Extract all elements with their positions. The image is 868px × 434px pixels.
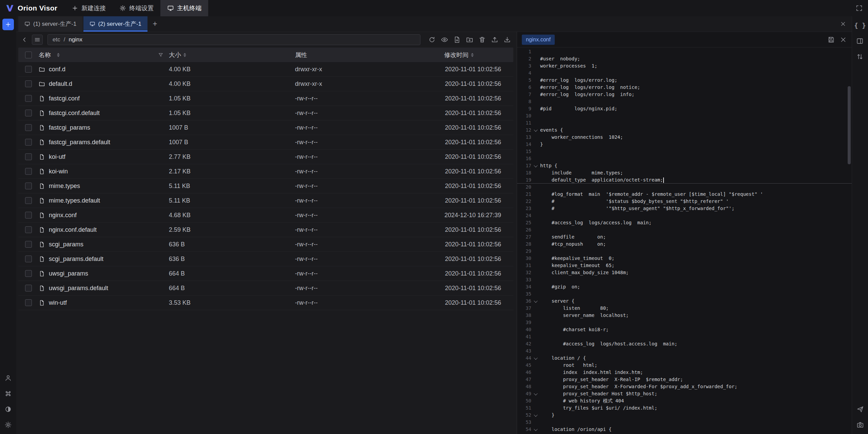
row-checkbox[interactable]: [25, 153, 32, 160]
editor-file-tab[interactable]: nginx.conf: [522, 35, 555, 45]
gear-button[interactable]: [4, 421, 12, 429]
row-checkbox[interactable]: [25, 256, 32, 262]
file-size: 4.00 KB: [169, 66, 295, 73]
line-number: 43: [517, 347, 531, 355]
row-checkbox[interactable]: [25, 270, 32, 277]
line-number: 41: [517, 333, 531, 340]
row-checkbox[interactable]: [25, 139, 32, 146]
code-line: 49 proxy_set_header Host $http_host;: [517, 390, 852, 397]
command-button[interactable]: [4, 390, 12, 397]
table-row[interactable]: scgi_params636 B-rw-r--r--2020-11-01 10:…: [18, 237, 513, 252]
table-row[interactable]: nginx.conf.default2.59 KB-rw-r--r--2020-…: [18, 223, 513, 237]
fold-chevron-icon[interactable]: [534, 128, 537, 131]
table-row[interactable]: koi-win2.17 KB-rw-r--r--2020-11-01 10:02…: [18, 164, 513, 179]
editor-scrollbar-thumb[interactable]: [848, 86, 851, 164]
row-checkbox[interactable]: [25, 110, 32, 116]
table-row[interactable]: win-utf3.53 KB-rw-r--r--2020-11-01 10:02…: [18, 296, 513, 310]
file-mtime: 2020-11-01 10:02:56: [444, 168, 513, 175]
column-header-mtime[interactable]: 修改时间: [444, 51, 513, 59]
table-row[interactable]: uwsgi_params.default664 B-rw-r--r--2020-…: [18, 281, 513, 296]
view-list-button[interactable]: [32, 35, 43, 45]
brand: Orion Visor: [0, 0, 65, 16]
fold-chevron-icon[interactable]: [534, 299, 537, 302]
row-checkbox[interactable]: [25, 80, 32, 87]
row-checkbox[interactable]: [25, 95, 32, 102]
table-row[interactable]: default.d4.00 KBdrwxr-xr-x2020-11-01 10:…: [18, 77, 513, 91]
breadcrumb-segment[interactable]: etc: [53, 36, 60, 43]
upload-button[interactable]: [489, 35, 500, 45]
row-checkbox[interactable]: [25, 183, 32, 189]
line-number: 38: [517, 312, 531, 319]
camera-button[interactable]: [856, 421, 864, 429]
file-name: mime.types: [49, 183, 80, 190]
column-header-name[interactable]: 名称: [39, 51, 169, 59]
filter-icon[interactable]: [158, 52, 163, 58]
fold-chevron-icon[interactable]: [534, 413, 537, 416]
theme-button[interactable]: [4, 405, 12, 413]
new-file-button[interactable]: [452, 35, 462, 45]
close-editor-button[interactable]: [840, 36, 847, 43]
table-row[interactable]: fastcgi.conf1.05 KB-rw-r--r--2020-11-01 …: [18, 91, 513, 106]
table-row[interactable]: scgi_params.default636 B-rw-r--r--2020-1…: [18, 252, 513, 266]
file-attr: -rw-r--r--: [295, 270, 444, 277]
trash-button[interactable]: [477, 35, 488, 45]
close-panel-button[interactable]: [840, 21, 846, 27]
row-checkbox[interactable]: [25, 241, 32, 248]
session-tab[interactable]: (1) server-生产-1: [18, 16, 83, 32]
column-header-attr[interactable]: 属性: [295, 51, 444, 59]
new-folder-button[interactable]: [464, 35, 475, 45]
braces-button[interactable]: { }: [854, 22, 866, 29]
fold-chevron-icon[interactable]: [534, 163, 537, 167]
row-checkbox[interactable]: [25, 212, 32, 219]
save-file-button[interactable]: [827, 36, 835, 43]
fullscreen-button[interactable]: [850, 0, 868, 16]
add-tab-button[interactable]: +: [148, 16, 162, 32]
table-row[interactable]: fastcgi_params1007 B-rw-r--r--2020-11-01…: [18, 120, 513, 135]
breadcrumb-segment[interactable]: nginx: [68, 36, 82, 43]
table-row[interactable]: mime.types5.11 KB-rw-r--r--2020-11-01 10…: [18, 179, 513, 193]
row-checkbox[interactable]: [25, 66, 32, 73]
row-checkbox[interactable]: [25, 299, 32, 306]
line-number: 2: [517, 55, 531, 62]
table-row[interactable]: nginx.conf4.68 KB-rw-r--r--2024-12-10 16…: [18, 208, 513, 223]
row-checkbox[interactable]: [25, 226, 32, 233]
refresh-button[interactable]: [427, 35, 437, 45]
table-row[interactable]: mime.types.default5.11 KB-rw-r--r--2020-…: [18, 193, 513, 208]
sort-icon[interactable]: [57, 53, 60, 57]
row-checkbox[interactable]: [25, 168, 32, 175]
row-checkbox[interactable]: [25, 285, 32, 291]
add-connection-button[interactable]: [2, 19, 14, 30]
row-checkbox[interactable]: [25, 197, 32, 204]
breadcrumb[interactable]: etc/nginx: [47, 34, 420, 45]
topmenu-item-new-connection[interactable]: 新建连接: [65, 0, 113, 16]
panel-button[interactable]: [856, 37, 864, 45]
fold-chevron-icon[interactable]: [534, 391, 537, 395]
table-row[interactable]: koi-utf2.77 KB-rw-r--r--2020-11-01 10:02…: [18, 150, 513, 164]
swap-button[interactable]: [856, 53, 864, 60]
user-button[interactable]: [4, 374, 12, 382]
back-button[interactable]: [19, 35, 30, 45]
table-row[interactable]: fastcgi_params.default1007 B-rw-r--r--20…: [18, 135, 513, 150]
file-actions: [427, 35, 513, 45]
topmenu-item-host-terminal[interactable]: 主机终端: [160, 0, 208, 16]
sort-icon[interactable]: [183, 53, 186, 57]
sort-icon[interactable]: [471, 53, 474, 57]
download-button[interactable]: [502, 35, 513, 45]
row-checkbox[interactable]: [25, 124, 32, 131]
new-file-icon: [453, 36, 461, 43]
column-header-size[interactable]: 大小: [169, 51, 295, 59]
session-tab[interactable]: (2) server-生产-1: [83, 16, 148, 32]
table-row[interactable]: fastcgi.conf.default1.05 KB-rw-r--r--202…: [18, 106, 513, 120]
topmenu-item-terminal-settings[interactable]: 终端设置: [113, 0, 160, 16]
table-row[interactable]: conf.d4.00 KBdrwxr-xr-x2020-11-01 10:02:…: [18, 62, 513, 77]
fold-chevron-icon[interactable]: [534, 427, 537, 431]
fold-chevron-icon[interactable]: [534, 356, 537, 359]
eye-icon: [441, 36, 448, 43]
eye-button[interactable]: [439, 35, 450, 45]
send-button[interactable]: [856, 405, 864, 413]
select-all-checkbox[interactable]: [25, 52, 32, 58]
table-row[interactable]: uwsgi_params664 B-rw-r--r--2020-11-01 10…: [18, 266, 513, 281]
file-name: nginx.conf: [49, 212, 77, 219]
file-mtime: 2020-11-01 10:02:56: [444, 226, 513, 233]
code-editor[interactable]: 12#user nobody;3worker_processes 1;45#er…: [517, 48, 852, 434]
